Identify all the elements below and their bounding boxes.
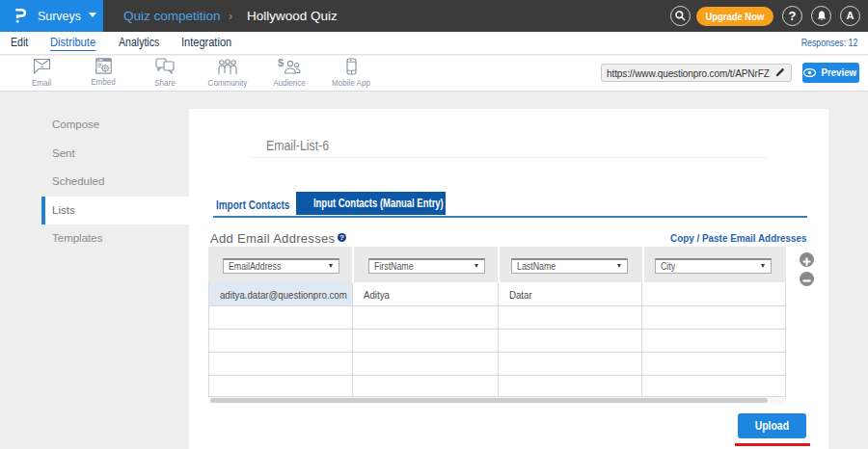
svg-text:$: $ <box>278 58 284 68</box>
